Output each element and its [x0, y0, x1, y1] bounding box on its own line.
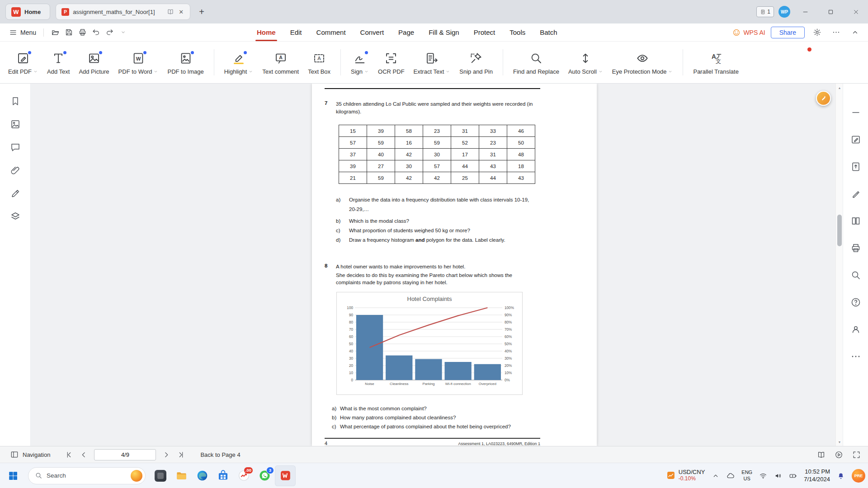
comments-icon[interactable]: [10, 142, 21, 153]
extract-text-button[interactable]: Extract Text: [409, 47, 455, 78]
start-button[interactable]: [3, 465, 24, 486]
scroll-up-arrow[interactable]: ▲: [836, 84, 843, 91]
collapse-ribbon-button[interactable]: [848, 26, 862, 39]
quick-edit-fab[interactable]: [816, 91, 831, 106]
menu-tab-tools[interactable]: Tools: [502, 23, 533, 41]
whatsapp-button[interactable]: 3: [254, 465, 275, 486]
save-button[interactable]: [62, 26, 75, 39]
wps-ai-button[interactable]: WPS AI: [732, 28, 765, 37]
back-to-page-button[interactable]: Back to Page 4: [200, 451, 240, 458]
settings-button[interactable]: [810, 26, 824, 39]
auto-scroll-button[interactable]: Auto Scroll: [564, 47, 608, 78]
menu-tab-page[interactable]: Page: [391, 23, 421, 41]
eye-protection-mode-button[interactable]: Eye Protection Mode: [608, 47, 678, 78]
wps-office-button[interactable]: [275, 465, 296, 486]
annotate-icon[interactable]: [850, 134, 861, 145]
undo-button[interactable]: [89, 26, 103, 39]
ocr-pdf-button[interactable]: OCR PDF: [373, 47, 409, 78]
vertical-scrollbar[interactable]: ▲ ▼: [835, 84, 843, 446]
wps-ai-icon: [732, 28, 741, 37]
main-menu-button[interactable]: Menu: [6, 27, 39, 38]
home-tab[interactable]: W Home: [5, 4, 50, 20]
reading-mode-icon[interactable]: [167, 8, 174, 15]
more-icon[interactable]: [850, 351, 861, 362]
text-box-button[interactable]: AText Box: [303, 47, 335, 78]
thumbnails-icon[interactable]: [10, 119, 21, 130]
last-page-button[interactable]: [177, 450, 185, 459]
notifications-bell-icon[interactable]: [837, 472, 845, 480]
export-icon[interactable]: [850, 161, 861, 172]
scrollbar-thumb[interactable]: [837, 215, 842, 246]
next-page-button[interactable]: [162, 450, 170, 459]
highlight-button[interactable]: Highlight: [220, 47, 258, 78]
battery-icon[interactable]: [789, 472, 797, 480]
play-slideshow-button[interactable]: [835, 450, 843, 459]
snip-and-pin-button[interactable]: Snip and Pin: [455, 47, 497, 78]
new-tab-button[interactable]: +: [195, 5, 208, 19]
pdf-to-word-button[interactable]: WPDF to Word: [114, 47, 163, 78]
layers-icon[interactable]: [10, 211, 21, 222]
document-area[interactable]: 7 35 children attending Lo Cal Public we…: [31, 84, 835, 446]
file-explorer-button[interactable]: [171, 465, 192, 486]
edge-browser-button[interactable]: [192, 465, 212, 486]
minimize-button[interactable]: [795, 0, 816, 23]
help-icon[interactable]: [850, 297, 861, 308]
redo-button[interactable]: [103, 26, 116, 39]
menu-tab-fill-sign[interactable]: Fill & Sign: [421, 23, 467, 41]
menu-tab-convert[interactable]: Convert: [353, 23, 392, 41]
print-button[interactable]: [75, 26, 89, 39]
more-options-button[interactable]: [829, 26, 843, 39]
sign-button[interactable]: Sign: [346, 47, 373, 78]
search-icon[interactable]: [850, 270, 861, 281]
menu-tab-protect[interactable]: Protect: [467, 23, 503, 41]
find-and-replace-button[interactable]: Find and Replace: [509, 47, 564, 78]
language-switcher[interactable]: ENG US: [741, 469, 752, 481]
question-number: 7: [325, 100, 336, 116]
bookmark-icon[interactable]: [10, 96, 21, 107]
previous-page-button[interactable]: [80, 450, 88, 459]
stocks-app-button[interactable]: .00: [233, 465, 254, 486]
menu-tab-comment[interactable]: Comment: [309, 23, 353, 41]
pdf-to-image-button[interactable]: PDF to Image: [163, 47, 208, 78]
fullscreen-button[interactable]: [852, 450, 861, 459]
taskbar-search[interactable]: Search: [28, 467, 146, 484]
menu-tab-edit[interactable]: Edit: [283, 23, 309, 41]
workspace: 7 35 children attending Lo Cal Public we…: [0, 84, 868, 446]
microsoft-store-button[interactable]: [212, 465, 233, 486]
edit-pdf-button[interactable]: Edit PDF: [4, 47, 42, 78]
document-tab[interactable]: P assignment_maths_for_Noor[1] ✕: [56, 4, 190, 20]
collapse-icon[interactable]: [850, 107, 861, 118]
close-button[interactable]: [845, 0, 866, 23]
hidden-icons-button[interactable]: [712, 472, 720, 480]
onedrive-cloud-icon[interactable]: [726, 472, 735, 480]
page-indicator[interactable]: 4/9: [94, 449, 156, 460]
user-avatar[interactable]: WP: [778, 6, 790, 18]
taskbar-clock[interactable]: 10:52 PM 7/14/2024: [804, 468, 830, 483]
attachments-icon[interactable]: [10, 165, 21, 176]
add-picture-button[interactable]: Add Picture: [74, 47, 113, 78]
menu-tab-batch[interactable]: Batch: [533, 23, 564, 41]
navigation-toggle[interactable]: Navigation: [10, 450, 50, 459]
account-settings-icon[interactable]: [850, 324, 861, 335]
open-file-button[interactable]: [48, 26, 62, 39]
pen-icon[interactable]: [850, 188, 861, 199]
task-view-button[interactable]: [150, 465, 171, 486]
wifi-icon[interactable]: [759, 472, 767, 480]
quick-access-dropdown[interactable]: [116, 26, 130, 39]
share-button[interactable]: Share: [771, 27, 805, 38]
add-text-button[interactable]: Add Text: [42, 47, 74, 78]
text-comment-button[interactable]: AText comment: [258, 47, 303, 78]
scroll-down-arrow[interactable]: ▼: [836, 439, 843, 445]
columns-icon[interactable]: [850, 216, 861, 226]
page-count-badge[interactable]: 1: [756, 6, 774, 17]
menu-tab-home[interactable]: Home: [250, 23, 283, 41]
stock-ticker-widget[interactable]: USD/CNY -0.10%: [666, 469, 705, 482]
maximize-button[interactable]: [820, 0, 841, 23]
print-icon[interactable]: [850, 243, 861, 253]
volume-icon[interactable]: [774, 472, 782, 480]
parallel-translate-button[interactable]: A文Parallel Translate: [689, 47, 743, 78]
close-tab-icon[interactable]: ✕: [178, 9, 184, 15]
first-page-button[interactable]: [65, 450, 73, 459]
signature-icon[interactable]: [10, 188, 21, 199]
read-mode-button[interactable]: [817, 450, 826, 459]
